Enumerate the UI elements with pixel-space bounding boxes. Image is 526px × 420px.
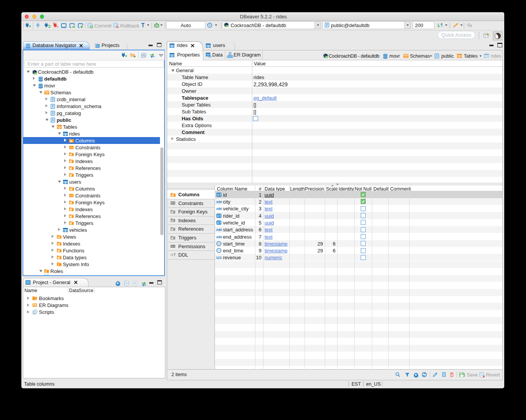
- svg-text:ABC: ABC: [216, 207, 222, 211]
- svg-text:123: 123: [216, 256, 221, 260]
- svg-text:ABC: ABC: [216, 228, 222, 232]
- svg-text:ABC: ABC: [216, 235, 222, 239]
- svg-text:ABC: ABC: [216, 200, 222, 204]
